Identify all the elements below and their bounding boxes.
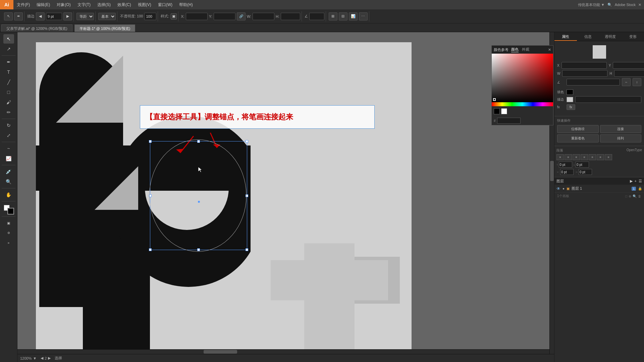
shape-tool[interactable]: □ xyxy=(3,87,14,97)
zoom-chevron[interactable]: ▼ xyxy=(33,356,37,360)
cp-tab-appearance[interactable]: 外观 xyxy=(522,47,529,52)
stroke-preset-select[interactable]: 基本 xyxy=(98,13,116,20)
delete-layer-btn[interactable]: 🗑 xyxy=(638,194,641,198)
search-icon[interactable]: 🔍 xyxy=(607,3,612,7)
qa-join-btn[interactable]: 连接 xyxy=(600,125,642,133)
align-btn[interactable]: ⊞ xyxy=(329,12,337,20)
opacity-fx-btn[interactable]: fx xyxy=(567,104,575,110)
w-prop-input[interactable]: 30.582 p xyxy=(562,70,607,77)
layers-expand-btn[interactable]: ▶ xyxy=(630,179,633,183)
stroke-type-select[interactable]: 等距 xyxy=(76,13,94,20)
angle-prop-input[interactable]: 270° xyxy=(567,79,620,85)
qa-recolor-btn[interactable]: 重新着色 xyxy=(557,134,599,142)
type-tool[interactable]: T xyxy=(3,67,14,77)
space-before-input[interactable] xyxy=(559,162,572,168)
align-justify-btn[interactable]: ≡ xyxy=(581,154,588,160)
menu-select[interactable]: 选择(S) xyxy=(94,0,114,9)
new-artboard-btn[interactable]: ⊕ xyxy=(629,194,631,198)
layer-target-btn[interactable]: ● xyxy=(562,187,565,190)
layer-row-0[interactable]: 👁 ● ▣ 图层 1 1 🔒 xyxy=(554,185,644,193)
graph-tool[interactable]: 📈 xyxy=(3,154,14,163)
style-icon[interactable]: ▣ xyxy=(171,13,177,19)
menu-effect[interactable]: 效果(C) xyxy=(114,0,135,9)
next-artboard[interactable]: ▶ xyxy=(48,356,51,360)
direct-select-tool[interactable]: ↗ xyxy=(3,44,14,54)
tab-0[interactable]: 父亲节讲解.ai* @ 1200% (RGB/预览) xyxy=(1,24,72,32)
color-gradient-picker[interactable] xyxy=(492,54,553,102)
new-layer-btn[interactable]: □ xyxy=(625,194,627,198)
y-input[interactable]: 1007.808 xyxy=(214,13,235,20)
indent-right-input[interactable] xyxy=(579,169,592,175)
black-swatch[interactable] xyxy=(494,108,500,114)
paintbrush-tool[interactable]: 🖌 xyxy=(3,98,14,107)
hscroll-thumb[interactable] xyxy=(204,350,237,354)
rpanel-tab-properties[interactable]: 属性 xyxy=(554,32,577,41)
tab-1[interactable]: 半标题-1* @ 100% (RGB/预览) xyxy=(74,24,136,32)
pencil-tool[interactable]: ✏ xyxy=(3,108,14,117)
flip-v-btn[interactable]: ↕ xyxy=(633,78,641,86)
angle-input[interactable]: 270° xyxy=(309,13,324,20)
horizontal-scrollbar[interactable] xyxy=(17,349,549,354)
hex-value-input[interactable]: 000000 xyxy=(497,118,521,124)
menu-help[interactable]: 帮助(H) xyxy=(176,0,196,9)
align-left-btn[interactable]: ≡ xyxy=(556,154,564,160)
rpanel-tab-transform[interactable]: 变形 xyxy=(622,32,644,41)
rpanel-tab-transparency[interactable]: 透明度 xyxy=(599,32,622,41)
eyedropper-tool[interactable]: 💉 xyxy=(3,167,14,176)
layer-visibility-toggle[interactable]: 👁 xyxy=(556,186,560,191)
y-prop-input[interactable]: 1007.808 xyxy=(613,62,644,69)
layers-add-btn[interactable]: + xyxy=(635,179,637,183)
color-hue-slider[interactable] xyxy=(492,102,553,106)
menu-file[interactable]: 文件(F) xyxy=(13,0,33,9)
cp-tab-color[interactable]: 颜色 xyxy=(511,47,519,52)
align-justify-left-btn[interactable]: ≡ xyxy=(589,154,596,160)
x-prop-input[interactable]: 568.041 xyxy=(561,62,607,69)
zoom-tool[interactable]: 🔍 xyxy=(3,177,14,186)
line-tool[interactable]: ╱ xyxy=(3,77,14,87)
x-input[interactable]: 568.041 xyxy=(186,13,208,20)
menu-window[interactable]: 窗口(W) xyxy=(155,0,176,9)
color-picker-close-btn[interactable]: ✕ xyxy=(548,48,551,52)
close-btn[interactable]: ✕ xyxy=(638,3,641,7)
fill-stroke-indicator[interactable] xyxy=(3,204,14,215)
stroke-swatch[interactable] xyxy=(567,97,573,102)
rotate-tool[interactable]: ↻ xyxy=(3,121,14,130)
align-center-btn[interactable]: ≡ xyxy=(565,154,572,160)
artboard-mode-btn[interactable]: ▣ xyxy=(3,218,14,228)
selection-tool-btn[interactable]: ↖ xyxy=(4,12,13,20)
scale-tool[interactable]: ⤢ xyxy=(3,131,14,140)
pen-tool-btn[interactable]: ✒ xyxy=(14,12,23,20)
pathfinder-btn[interactable]: ⊟ xyxy=(339,12,347,20)
align-justify-right-btn[interactable]: ≡ xyxy=(605,154,612,160)
space-after-input[interactable] xyxy=(576,162,589,168)
stroke-inc-btn[interactable]: ▶ xyxy=(63,12,72,20)
w-input[interactable]: 30.582 px xyxy=(253,13,274,20)
vscroll-thumb[interactable] xyxy=(550,161,554,181)
gradient-cursor[interactable] xyxy=(493,98,496,101)
layers-options-btn[interactable]: ☰ xyxy=(639,179,642,183)
qa-arrange-btn[interactable]: 排列 xyxy=(600,134,642,142)
menu-edit[interactable]: 编辑(E) xyxy=(33,0,53,9)
menu-type[interactable]: 文字(T) xyxy=(74,0,94,9)
stroke-weight-prop-input[interactable]: 9 pt xyxy=(575,96,641,103)
menu-object[interactable]: 对象(O) xyxy=(53,0,74,9)
align-justify-center-btn[interactable]: ≡ xyxy=(597,154,604,160)
warp-tool[interactable]: ~ xyxy=(3,144,14,153)
color-guide-btn[interactable]: ⚙ xyxy=(3,228,14,238)
qa-offset-path-btn[interactable]: 位移路径 xyxy=(557,125,599,133)
layer-name-0[interactable]: 图层 1 xyxy=(572,186,630,191)
more-btn[interactable]: ⋯ xyxy=(359,12,368,20)
fill-swatch[interactable] xyxy=(567,89,573,95)
h-input[interactable]: 30.365 p xyxy=(281,13,300,20)
canvas-area[interactable]: 【直接选择工具】调整锚点，将笔画连接起来 xyxy=(17,32,554,362)
indent-left-input[interactable] xyxy=(560,169,574,175)
pen-tool[interactable]: ✒ xyxy=(3,57,14,67)
stroke-dec-btn[interactable]: ◀ xyxy=(36,12,45,20)
opacity-input[interactable] xyxy=(144,13,156,20)
h-prop-input[interactable]: 30.365 p xyxy=(614,70,644,77)
hand-tool[interactable]: ✋ xyxy=(3,190,14,199)
selection-tool[interactable]: ↖ xyxy=(3,34,14,44)
graph-btn[interactable]: 📊 xyxy=(349,12,358,20)
search-layers-btn[interactable]: 🔍 xyxy=(633,194,637,198)
link-xy-btn[interactable]: 🔗 xyxy=(237,12,246,20)
